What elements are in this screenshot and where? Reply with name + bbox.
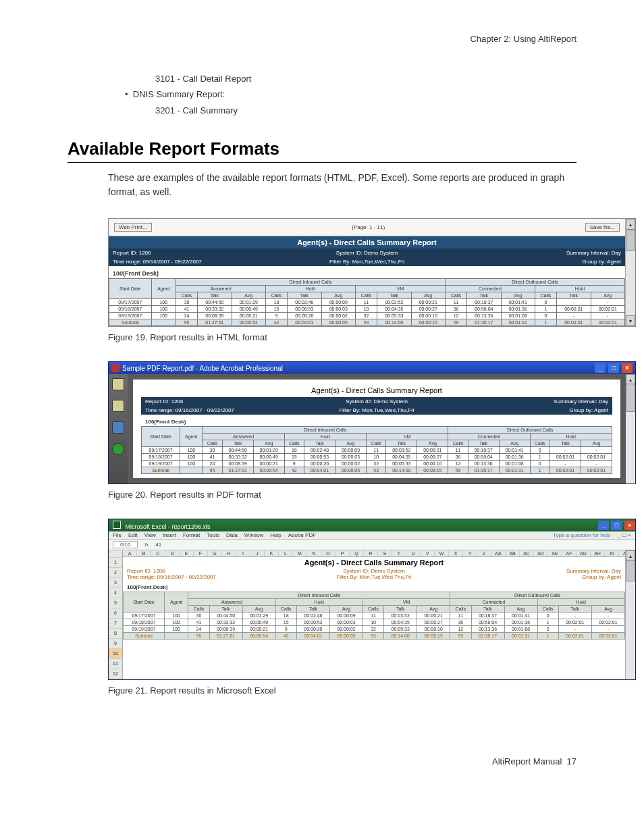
scroll-up-icon[interactable]: ▲ <box>626 219 635 230</box>
col-W[interactable]: W <box>435 550 449 556</box>
agent-label: 100(Front Desk) <box>109 266 625 278</box>
nav-icon[interactable] <box>112 443 124 455</box>
excel-window-title: Microsoft Excel - report1206.xls <box>109 519 597 531</box>
scroll-down-icon[interactable]: ▼ <box>626 315 635 326</box>
col-C[interactable]: C <box>151 550 165 556</box>
col-L[interactable]: L <box>279 550 293 556</box>
row-10[interactable]: 10 <box>109 649 122 659</box>
col-G[interactable]: G <box>208 550 222 556</box>
excel-help-search[interactable]: Type a question for help <box>553 532 610 538</box>
excel-doc-close[interactable]: _ ☐ × <box>617 532 631 538</box>
save-file-button[interactable]: Save file... <box>585 223 620 232</box>
pdf-meta-group: Group by: Agent <box>454 407 608 413</box>
fx-icon[interactable]: fx <box>144 542 149 548</box>
menu-window[interactable]: Window <box>244 532 263 538</box>
col-D[interactable]: D <box>165 550 180 556</box>
intro-block: 3101 - Call Detail Report • DNIS Summary… <box>135 71 576 118</box>
bookmarks-icon[interactable] <box>112 400 124 412</box>
col-T[interactable]: T <box>392 550 406 556</box>
menu-view[interactable]: View <box>144 532 156 538</box>
excel-scrollbar[interactable]: ▲ <box>625 550 635 679</box>
col-Q[interactable]: Q <box>350 550 364 556</box>
menu-insert[interactable]: Insert <box>163 532 176 538</box>
name-box[interactable]: G10 <box>113 541 138 548</box>
close-icon[interactable]: × <box>624 521 635 530</box>
col-F[interactable]: F <box>194 550 208 556</box>
scrollbar[interactable]: ▲ ▼ <box>625 219 635 326</box>
minimize-icon[interactable]: _ <box>598 521 609 530</box>
row-9[interactable]: 9 <box>109 639 122 649</box>
intro-bullet: • DNIS Summary Report: <box>135 86 576 102</box>
menu-file[interactable]: File <box>113 532 122 538</box>
row-2[interactable]: 2 <box>109 568 122 578</box>
row-12[interactable]: 12 <box>109 669 122 679</box>
figure-21: Microsoft Excel - report1206.xls _ □ × F… <box>108 519 576 680</box>
col-A[interactable]: A <box>123 550 137 556</box>
col-AE[interactable]: AE <box>548 550 562 556</box>
col-J[interactable]: J <box>250 550 265 556</box>
menu-help[interactable]: Help <box>270 532 281 538</box>
col-Y[interactable]: Y <box>463 550 477 556</box>
formula-value[interactable]: 41 <box>155 542 161 548</box>
close-icon[interactable]: × <box>622 363 633 373</box>
col-E[interactable]: E <box>180 550 194 556</box>
col-AA[interactable]: AA <box>491 550 506 556</box>
row-6[interactable]: 6 <box>109 608 122 619</box>
figure-19-caption: Figure 19. Report results in HTML format <box>108 332 576 342</box>
col-P[interactable]: P <box>336 550 350 556</box>
col-R[interactable]: R <box>364 550 378 556</box>
scroll-thumb[interactable] <box>626 560 635 581</box>
excel-meta-filter: Filter By: Mon,Tue,Wed,Thu,Fri <box>292 574 456 580</box>
edit-icon[interactable] <box>112 421 124 434</box>
col-AD[interactable]: AD <box>534 550 548 556</box>
col-AB[interactable]: AB <box>506 550 520 556</box>
pdf-meta-system-id: System ID: Demo System <box>300 398 454 405</box>
scroll-thumb[interactable] <box>626 384 635 412</box>
col-V[interactable]: V <box>421 550 435 556</box>
col-I[interactable]: I <box>236 550 250 556</box>
section-title: Available Report Formats <box>68 138 576 159</box>
excel-report-title: Agent(s) - Direct Calls Summary Report <box>123 557 625 568</box>
col-M[interactable]: M <box>293 550 307 556</box>
col-AJ[interactable]: AJ <box>619 550 625 556</box>
menu-format[interactable]: Format <box>183 532 200 538</box>
col-AC[interactable]: AC <box>520 550 534 556</box>
col-Z[interactable]: Z <box>477 550 491 556</box>
meta-time-range: Time range: 09/16/2007 - 09/22/2007 <box>113 259 282 265</box>
row-8[interactable]: 8 <box>109 629 122 639</box>
menu-data[interactable]: Data <box>226 532 238 538</box>
pdf-scrollbar[interactable]: ▲ <box>626 374 635 484</box>
col-U[interactable]: U <box>406 550 421 556</box>
col-AI[interactable]: AI <box>605 550 619 556</box>
row-3[interactable]: 3 <box>109 578 122 588</box>
col-AG[interactable]: AG <box>576 550 591 556</box>
col-O[interactable]: O <box>321 550 336 556</box>
col-AF[interactable]: AF <box>562 550 576 556</box>
menu-adobe-pdf[interactable]: Adobe PDF <box>288 532 316 538</box>
maximize-icon[interactable]: □ <box>611 521 622 530</box>
report-table: Start Date Agent Direct Inbound Calls Di… <box>109 278 625 326</box>
scroll-thumb[interactable] <box>626 230 635 251</box>
row-5[interactable]: 5 <box>109 598 122 608</box>
col-X[interactable]: X <box>449 550 463 556</box>
row-11[interactable]: 11 <box>109 659 122 669</box>
col-K[interactable]: K <box>265 550 279 556</box>
maximize-icon[interactable]: □ <box>608 363 619 373</box>
minimize-icon[interactable]: _ <box>595 363 606 373</box>
menu-tools[interactable]: Tools <box>207 532 219 538</box>
row-7[interactable]: 7 <box>109 619 122 629</box>
col-B[interactable]: B <box>137 550 151 556</box>
row-1[interactable]: 1 <box>109 558 122 568</box>
meta-system-id: System ID: Demo System <box>282 250 452 256</box>
col-AH[interactable]: AH <box>591 550 605 556</box>
col-N[interactable]: N <box>307 550 321 556</box>
column-headers: ABCDEFGHIJKLMNOPQRSTUVWXYZAAABACADAEAFAG… <box>123 550 625 557</box>
pages-icon[interactable] <box>112 378 124 390</box>
menu-edit[interactable]: Edit <box>128 532 138 538</box>
web-print-button[interactable]: Web Print... <box>114 223 152 232</box>
figure-20: Sample PDF Report.pdf - Adobe Acrobat Pr… <box>108 361 576 484</box>
row-4[interactable]: 4 <box>109 588 122 598</box>
col-S[interactable]: S <box>378 550 392 556</box>
col-H[interactable]: H <box>222 550 236 556</box>
excel-meta-row-1: Report ID: 1206 System ID: Demo System S… <box>123 568 625 574</box>
